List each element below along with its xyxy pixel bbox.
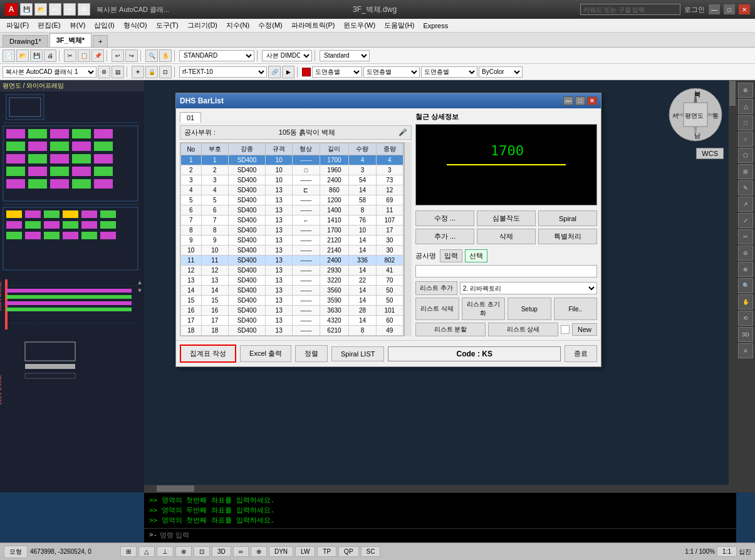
setup-button[interactable]: Setup [508, 298, 551, 320]
table-row[interactable]: 11 11 SD400 13 —— 2400 336 802 [181, 256, 404, 266]
lock-icon[interactable]: 🔒 [145, 66, 158, 78]
arrow-icon[interactable]: ▶ [282, 66, 294, 78]
command-input[interactable] [160, 531, 731, 539]
new-file-icon[interactable]: 📄 [3, 49, 15, 62]
layer-icon[interactable]: ▤ [112, 66, 124, 78]
menu-format[interactable]: 형식(O) [120, 19, 151, 31]
h-scrollbar-thumb[interactable] [157, 485, 194, 492]
tab-3f-wall[interactable]: 3F_벽체* [49, 33, 91, 47]
ortho-button[interactable]: ⊥ [157, 546, 174, 557]
osnap-button[interactable]: ⊡ [194, 546, 210, 557]
save-icon[interactable]: 💾 [20, 3, 33, 16]
select-button[interactable]: 선택 [465, 249, 487, 262]
pan-icon[interactable]: ✋ [159, 49, 172, 62]
rs-btn-2[interactable]: △ [738, 99, 753, 114]
table-row[interactable]: 10 10 SD400 13 —— 2140 14 30 [181, 246, 404, 256]
redo-tb-icon[interactable]: ↪ [125, 49, 138, 62]
rs-btn-3[interactable]: □ [738, 115, 753, 130]
excel-button[interactable]: Excel 출력 [240, 345, 291, 362]
zoom-icon[interactable]: 🔍 [145, 49, 158, 62]
menu-modify[interactable]: 수정(M) [254, 19, 286, 31]
save-file-icon[interactable]: 💾 [30, 49, 43, 62]
table-row[interactable]: 18 18 SD400 13 —— 6210 8 49 [181, 326, 404, 336]
scale-button[interactable]: 1:1 [717, 546, 737, 557]
menu-dimension[interactable]: 지수(N) [222, 19, 253, 31]
dialog-tab-01[interactable]: 01 [180, 112, 201, 123]
sc-button[interactable]: SC [361, 546, 381, 557]
plot-select[interactable]: ByColor [479, 66, 523, 78]
special-button[interactable]: 특별처리 [538, 229, 597, 244]
table-row[interactable]: 1 1 SD400 10 —— 1700 4 4 [181, 155, 404, 165]
ref-icon[interactable]: ⊡ [159, 66, 172, 78]
cut-icon[interactable]: ✂ [64, 49, 76, 62]
lineweight-select[interactable]: 도면층별 [421, 66, 477, 78]
standard-select[interactable]: Standard [320, 50, 370, 61]
rs-btn-1[interactable]: ⊕ [738, 83, 753, 98]
app-logo[interactable]: A [5, 3, 18, 16]
redo-icon[interactable]: ↪ [63, 3, 76, 16]
scrollbar-thumb[interactable] [729, 81, 736, 106]
table-row[interactable]: 16 16 SD400 13 —— 3630 28 101 [181, 306, 404, 316]
print-icon[interactable]: 🖨 [44, 49, 56, 62]
search-input[interactable] [580, 4, 680, 15]
table-row[interactable]: 7 7 SD400 13 ⌐ 1410 76 107 [181, 215, 404, 226]
ducs-button[interactable]: ⊕ [251, 546, 267, 557]
table-scroll[interactable]: No 부호 강종 규격 형상 길이 수량 중량 [180, 142, 404, 336]
menu-parametric[interactable]: 파라메트릭(P) [288, 19, 339, 31]
new-button[interactable]: New [572, 323, 597, 336]
list-init-button[interactable]: 리스트 초기화 [462, 298, 506, 320]
open-file-icon[interactable]: 📂 [16, 49, 29, 62]
mode-button[interactable]: 모형 [4, 546, 28, 558]
sun-icon[interactable]: ☀ [132, 66, 144, 78]
wcs-button[interactable]: WCS [696, 148, 724, 159]
dialog-maximize-button[interactable]: □ [575, 96, 585, 105]
rs-btn-8[interactable]: ↗ [738, 197, 753, 212]
mic-button[interactable]: 🎤 [398, 128, 407, 137]
rs-btn-14[interactable]: ✋ [738, 294, 753, 309]
rs-btn-7[interactable]: ✎ [738, 180, 753, 195]
menu-view[interactable]: 뷰(V) [66, 19, 90, 31]
exit-button[interactable]: 종료 [565, 345, 597, 362]
input-button[interactable]: 입력 [440, 249, 462, 262]
menu-draw[interactable]: 그리기(D) [184, 19, 221, 31]
rs-btn-17[interactable]: A [738, 343, 753, 358]
table-row[interactable]: 12 12 SD400 13 —— 2930 14 41 [181, 266, 404, 276]
table-row[interactable]: 17 17 SD400 13 —— 4320 14 60 [181, 316, 404, 326]
delete-button[interactable]: 삭제 [477, 229, 536, 244]
project-name-input[interactable] [415, 265, 597, 277]
table-row[interactable]: 4 4 SD400 13 ⊏ 860 14 12 [181, 185, 404, 195]
dialog-minimize-button[interactable]: — [563, 96, 573, 105]
open-icon[interactable]: 📂 [34, 3, 47, 16]
rs-btn-5[interactable]: ⬡ [738, 148, 753, 163]
dialog-close-button[interactable]: ✕ [587, 96, 597, 105]
menu-express[interactable]: Express [419, 21, 452, 31]
list-checkbox[interactable] [561, 325, 570, 334]
horizontal-scrollbar[interactable] [144, 485, 729, 492]
table-row[interactable]: 14 14 SD400 13 —— 3560 14 50 [181, 286, 404, 296]
tab-drawing1[interactable]: Drawing1* [3, 35, 48, 47]
polar-button[interactable]: ⊗ [175, 546, 192, 557]
menu-edit[interactable]: 편집(E) [34, 19, 65, 31]
calc-button[interactable]: 집계표 작성 [180, 345, 236, 363]
layer-prop-icon[interactable]: ⚙ [98, 66, 110, 78]
symbol-button[interactable]: 심볼작도 [477, 210, 536, 226]
paste-icon[interactable]: 📌 [91, 49, 104, 62]
maximize-button[interactable]: □ [724, 4, 735, 14]
layer-link-icon[interactable]: 🔗 [268, 66, 281, 78]
menu-tools[interactable]: 도구(T) [152, 19, 182, 31]
close-button[interactable]: ✕ [739, 4, 750, 14]
undo-tb-icon[interactable]: ↩ [112, 49, 124, 62]
tab-add-button[interactable]: + [93, 35, 108, 47]
dyn-button[interactable]: DYN [269, 546, 293, 557]
rs-btn-11[interactable]: ⊖ [738, 246, 753, 261]
3dosnap-button[interactable]: 3D [212, 546, 231, 557]
menu-window[interactable]: 윈도우(W) [340, 19, 379, 31]
login-text[interactable]: 로그인 [684, 5, 705, 14]
qp-button[interactable]: QP [338, 546, 358, 557]
lw-button[interactable]: LW [295, 546, 315, 557]
rs-btn-16[interactable]: 3D [738, 327, 753, 342]
grid-button[interactable]: ⊞ [120, 546, 137, 557]
rs-btn-15[interactable]: ⟲ [738, 311, 753, 326]
undo-icon[interactable]: ↩ [49, 3, 61, 16]
style-select[interactable]: STANDARD [179, 50, 254, 61]
